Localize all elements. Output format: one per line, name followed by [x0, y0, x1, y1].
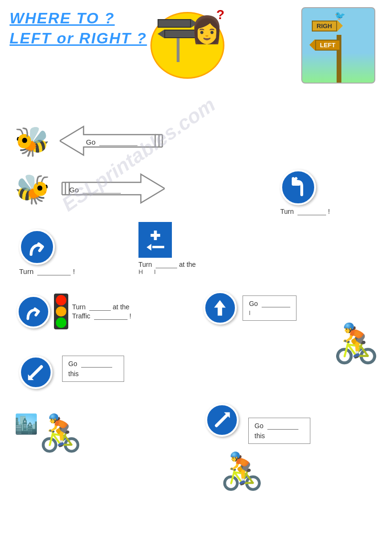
cyclist-illustration-3: 🚴	[220, 453, 265, 489]
this-label-2: this	[254, 432, 304, 440]
go-straight-label: Go	[249, 300, 258, 307]
traffic-label: Traffic	[72, 312, 90, 320]
turn-left-sign-top: Turn !	[280, 169, 330, 215]
turn-right-sign-main: Turn !	[19, 229, 75, 275]
right-left-sign: RIGH LEFT 🐦	[301, 7, 378, 91]
exercise-row-1: 🐝 Go	[14, 124, 165, 159]
hospital-sign-section: ✚ Turn at the H l	[138, 222, 196, 275]
cyclist-illustration-2: 🚴	[38, 415, 83, 451]
traffic-light-yellow	[56, 306, 66, 317]
traffic-turn-label: Turn	[72, 303, 85, 311]
traffic-at-the: at the	[113, 303, 129, 311]
title-section: WHERE TO ? LEFT or RIGHT ?	[10, 10, 147, 47]
turn-right-label: Turn	[19, 267, 33, 275]
bee-character-1: 🐝	[14, 127, 50, 156]
turn-left-suffix: !	[328, 208, 330, 215]
turn-down-left-section	[19, 356, 53, 389]
turn-right-suffix: !	[73, 267, 75, 275]
hospital-turn-label: Turn	[138, 261, 152, 268]
go-label-1: Go	[86, 138, 95, 146]
svg-marker-10	[214, 300, 226, 316]
city-icon: 🏙️	[14, 413, 38, 435]
svg-line-13	[216, 415, 226, 425]
traffic-light-red	[56, 295, 66, 305]
traffic-suffix: !	[129, 312, 131, 320]
go-label-4: Go	[254, 422, 264, 430]
go-label-2: Go	[69, 186, 79, 194]
traffic-light-section: Turn at the Traffic !	[17, 294, 131, 329]
cyclist-illustration-1: 🚴	[332, 325, 380, 363]
go-straight-section: Go l	[203, 291, 297, 325]
go-straight-sub: l	[249, 309, 290, 316]
traffic-light-green	[56, 317, 66, 328]
turn-left-label: Turn	[280, 208, 294, 215]
title-line2: LEFT or RIGHT ?	[10, 30, 147, 47]
bee-character-2: 🐝	[14, 175, 50, 204]
go-this-box-2: Go this	[248, 418, 310, 444]
this-label-1: this	[68, 370, 118, 378]
traffic-light-text: Turn at the Traffic !	[72, 303, 131, 320]
title-line1: WHERE TO ?	[10, 10, 147, 27]
exercise-row-2: 🐝 Go	[14, 172, 165, 207]
header-illustration: ? 👩	[148, 5, 229, 81]
svg-line-11	[31, 367, 41, 377]
turn-up-right-section	[205, 403, 239, 437]
go-label-3: Go	[68, 360, 77, 368]
hospital-at-the: at the	[179, 261, 196, 268]
go-right-arrow: Go	[60, 172, 165, 207]
go-left-arrow: Go	[60, 124, 165, 159]
go-this-box-1: Go this	[62, 356, 124, 382]
hospital-l: l	[154, 268, 160, 275]
hospital-h: H	[138, 268, 148, 275]
